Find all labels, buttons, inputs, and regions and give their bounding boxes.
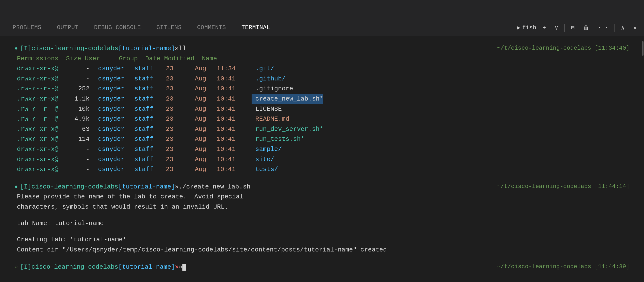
right-info-3: ~/t/cisco-learning-codelabs [11:44:39] bbox=[497, 262, 630, 272]
tab-comments[interactable]: COMMENTS bbox=[190, 19, 234, 36]
output-line-1: Please provide the name of the lab to cr… bbox=[14, 192, 630, 202]
tab-problems[interactable]: PROBLEMS bbox=[5, 19, 49, 36]
cursor bbox=[182, 264, 186, 271]
more-actions-button[interactable]: ··· bbox=[595, 23, 610, 33]
ls-row-github: drwxr-xr-x@ - qsnyder staff 23 Aug 10:41… bbox=[14, 74, 630, 84]
prompt-dot-3: ○ bbox=[14, 263, 18, 271]
ls-row-gitignore: .rw-r--r--@ 252 qsnyder staff 23 Aug 10:… bbox=[14, 84, 630, 94]
ls-row-runtests: .rwxr-xr-x@ 114 qsnyder staff 23 Aug 10:… bbox=[14, 134, 630, 145]
tab-bar: PROBLEMS OUTPUT DEBUG CONSOLE GITLENS CO… bbox=[0, 19, 644, 36]
right-info-2: ~/t/cisco-learning-codelabs [11:44:14] bbox=[497, 182, 630, 192]
tab-right-controls: ▶ fish + ∨ ⊟ 🗑 ··· ∧ ✕ bbox=[517, 23, 639, 33]
prompt-line-1: ● [I] cisco-learning-codelabs [tutorial-… bbox=[14, 44, 630, 54]
new-terminal-button[interactable]: + bbox=[540, 23, 548, 33]
ls-row-license: .rw-r--r--@ 10k qsnyder staff 23 Aug 10:… bbox=[14, 104, 630, 114]
tab-output[interactable]: OUTPUT bbox=[49, 19, 86, 36]
separator2 bbox=[614, 24, 615, 32]
ls-row-tests: drwxr-xr-x@ - qsnyder staff 23 Aug 10:41… bbox=[14, 165, 630, 175]
tab-debug-console[interactable]: DEBUG CONSOLE bbox=[86, 19, 149, 36]
prompt-line-3: ○ [I] cisco-learning-codelabs [tutorial-… bbox=[14, 262, 630, 272]
terminal-container[interactable]: ● [I] cisco-learning-codelabs [tutorial-… bbox=[0, 36, 644, 282]
output-line-creating: Creating lab: 'tutorial-name' bbox=[14, 235, 630, 245]
split-panel-button[interactable]: ⊟ bbox=[568, 23, 577, 33]
terminal-shell-icon: ▶ fish bbox=[517, 25, 536, 31]
kill-terminal-button[interactable]: 🗑 bbox=[581, 23, 592, 33]
prompt-dot-1: ● bbox=[14, 44, 18, 53]
top-bar bbox=[0, 0, 644, 19]
output-line-blank2 bbox=[14, 228, 630, 235]
output-line-content-dir: Content dir "/Users/qsnyder/temp/cisco-l… bbox=[14, 245, 630, 255]
chevron-up-button[interactable]: ∧ bbox=[618, 23, 627, 33]
tab-terminal[interactable]: TERMINAL bbox=[234, 19, 278, 36]
scrollbar-thumb[interactable] bbox=[642, 41, 644, 56]
ls-row-readme: .rw-r--r--@ 4.9k qsnyder staff 23 Aug 10… bbox=[14, 114, 630, 124]
output-line-labname: Lab Name: tutorial-name bbox=[14, 219, 630, 229]
tab-gitlens[interactable]: GITLENS bbox=[148, 19, 189, 36]
close-panel-button[interactable]: ✕ bbox=[631, 23, 639, 33]
right-info-1: ~/t/cisco-learning-codelabs [11:34:40] bbox=[497, 44, 630, 54]
ls-row-sample: drwxr-xr-x@ - qsnyder staff 23 Aug 10:41… bbox=[14, 145, 630, 155]
output-line-blank1 bbox=[14, 212, 630, 219]
prompt-dot-2: ● bbox=[14, 183, 18, 191]
scrollbar[interactable] bbox=[640, 36, 644, 282]
ls-row-rundev: .rwxr-xr-x@ 63 qsnyder staff 23 Aug 10:4… bbox=[14, 124, 630, 134]
ls-row-create: .rwxr-xr-x@ 1.1k qsnyder staff 23 Aug 10… bbox=[14, 94, 630, 104]
split-terminal-button[interactable]: ∨ bbox=[552, 23, 560, 33]
ls-row-git: drwxr-xr-x@ - qsnyder staff 23 Aug 11:34… bbox=[14, 64, 630, 74]
output-line-2: characters, symbols that would result in… bbox=[14, 202, 630, 212]
prompt-line-2: ● [I] cisco-learning-codelabs [tutorial-… bbox=[14, 182, 630, 192]
separator bbox=[564, 24, 565, 32]
ls-row-site: drwxr-xr-x@ - qsnyder staff 23 Aug 10:41… bbox=[14, 155, 630, 165]
ls-header: Permissions Size User Group Date Modifie… bbox=[14, 54, 630, 64]
